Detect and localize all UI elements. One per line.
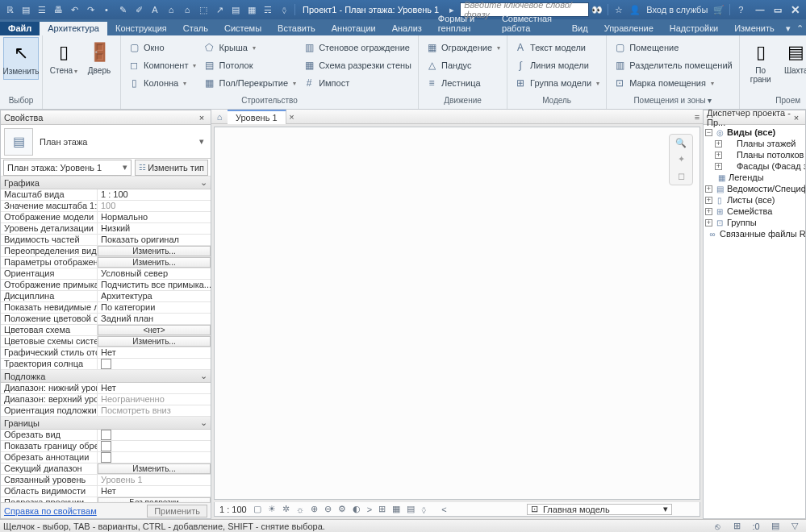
orbit-icon[interactable]: ◻ — [678, 171, 685, 181]
ribbon-button[interactable]: ∫Линия модели — [511, 56, 603, 74]
minimize-button[interactable]: — — [751, 1, 769, 19]
property-row[interactable]: Показать границу обрезки — [1, 441, 211, 452]
property-row[interactable]: Область видимостиНет — [1, 486, 211, 497]
ribbon-button[interactable]: ▦Пол/Перекрытие▾ — [199, 74, 299, 92]
property-value[interactable]: По категории — [98, 302, 211, 313]
property-value[interactable]: Нет — [98, 383, 211, 393]
tab-Формы и генплан[interactable]: Формы и генплан — [430, 12, 494, 35]
view-scale[interactable]: 1 : 100 — [219, 505, 247, 514]
ribbon-button[interactable]: ▯Пограни — [743, 37, 779, 87]
view-tab-close-icon[interactable]: × — [286, 112, 298, 122]
property-value[interactable]: <нет> — [98, 325, 211, 335]
ribbon-button[interactable]: ⊞Группа модели▾ — [511, 74, 603, 92]
tree-node[interactable]: +Фасады (Фасад здани — [705, 160, 804, 172]
status-icon[interactable]: ⎋ — [709, 522, 725, 531]
property-row[interactable]: Связанный уровеньУровень 1 — [1, 475, 211, 486]
property-value[interactable]: Архитектура — [98, 291, 211, 301]
ribbon-button[interactable]: ↖Изменить — [3, 37, 39, 80]
property-value[interactable]: Задний план — [98, 314, 211, 324]
property-value[interactable]: Нет — [98, 347, 211, 358]
ribbon-button[interactable]: ▯Колонна▾ — [124, 74, 199, 92]
ribbon-button[interactable]: ▢Помещение — [610, 39, 736, 56]
view-tool-icon[interactable]: ◐ — [353, 504, 361, 514]
tab-Изменить[interactable]: Изменить — [726, 22, 783, 35]
status-icon[interactable]: :0 — [748, 522, 764, 531]
tree-node[interactable]: +Планы этажей — [705, 138, 804, 149]
tab-Надстройки[interactable]: Надстройки — [662, 22, 726, 35]
property-row[interactable]: Секущий диапазонИзменить... — [1, 463, 211, 475]
ribbon-button[interactable]: △Пандус — [422, 56, 503, 74]
tab-Вставить[interactable]: Вставить — [269, 22, 324, 35]
tab-Совместная работа[interactable]: Совместная работа — [494, 12, 564, 35]
property-value[interactable]: Низкий — [98, 223, 211, 234]
qat-button[interactable]: ⎀ — [278, 1, 290, 19]
instance-selector[interactable]: План этажа: Уровень 1▾ — [3, 160, 132, 176]
properties-help-link[interactable]: Справка по свойствам — [4, 506, 147, 516]
view-tool-icon[interactable]: ⊞ — [378, 504, 386, 514]
property-value[interactable] — [98, 430, 211, 440]
view-tool-icon[interactable]: ⚙ — [338, 504, 346, 514]
property-row[interactable]: Обрезать аннотации — [1, 452, 211, 463]
property-category[interactable]: Границы⌄ — [1, 417, 211, 430]
tree-node[interactable]: +Планы потолков — [705, 149, 804, 160]
qat-button[interactable]: ↶ — [68, 1, 81, 19]
property-value[interactable]: Условный север — [98, 268, 211, 279]
qat-button[interactable]: ▤ — [229, 1, 242, 19]
property-category[interactable]: Графика⌄ — [1, 177, 211, 189]
view-options-icon[interactable]: ≡ — [691, 112, 703, 122]
browser-close-icon[interactable]: × — [791, 113, 802, 123]
qat-button[interactable]: ↷ — [84, 1, 97, 19]
home-icon[interactable]: ⌂ — [213, 108, 226, 126]
qat-button[interactable]: ☰ — [35, 1, 48, 19]
view-tool-icon[interactable]: > — [367, 505, 372, 514]
property-value[interactable]: Нет — [98, 486, 211, 497]
view-tool-icon[interactable]: ⎀ — [421, 505, 427, 514]
view-tool-icon[interactable]: ▢ — [253, 504, 261, 514]
edit-type-button[interactable]: ☷Изменить тип — [135, 160, 208, 176]
view-tool-icon[interactable]: ⊕ — [311, 504, 318, 514]
qat-button[interactable]: ⬚ — [197, 1, 210, 19]
tree-node[interactable]: −◎Виды (все) — [705, 127, 804, 138]
property-row[interactable]: Диапазон: верхний уров...Неограниченно — [1, 394, 211, 405]
close-button[interactable]: ✕ — [787, 1, 804, 19]
property-row[interactable]: Обрезать вид — [1, 430, 211, 441]
property-row[interactable]: Ориентация подложкиПосмотреть вниз — [1, 405, 211, 417]
login-link[interactable]: Вход в службы — [646, 5, 708, 15]
property-category[interactable]: Подложка⌄ — [1, 370, 211, 383]
view-tool-icon[interactable]: ▦ — [392, 504, 400, 514]
qat-button[interactable]: ⌂ — [165, 1, 177, 19]
tree-node[interactable]: ∞Связанные файлы Revi — [705, 228, 804, 239]
property-value[interactable]: Изменить... — [98, 463, 211, 474]
property-row[interactable]: Отображение примыкан...Подчистить все пр… — [1, 280, 211, 291]
property-row[interactable]: ДисциплинаАрхитектура — [1, 291, 211, 302]
pan-icon[interactable]: ✦ — [678, 154, 685, 164]
view-tab[interactable]: Уровень 1 — [228, 110, 286, 124]
zoom-icon[interactable]: 🔍 — [675, 138, 687, 148]
drawing-canvas[interactable]: 🔍 ✦ ◻ — [214, 127, 700, 500]
overflow-icon[interactable]: < — [441, 505, 446, 514]
tree-twisty[interactable]: + — [705, 197, 712, 204]
ribbon-button[interactable]: ◻Компонент▾ — [124, 56, 199, 74]
tree-twisty[interactable]: + — [705, 219, 712, 227]
property-row[interactable]: Видимость частейПоказать оригинал — [1, 235, 211, 246]
maximize-button[interactable]: ▭ — [769, 1, 787, 19]
property-value[interactable]: Подчистить все примыка... — [98, 280, 211, 290]
qat-button[interactable]: • — [100, 1, 113, 19]
tree-node[interactable]: +▯Листы (все) — [705, 194, 804, 206]
star-icon[interactable]: ☆ — [612, 1, 625, 19]
property-value[interactable]: Неограниченно — [98, 394, 211, 405]
ribbon-button[interactable]: AТекст модели — [511, 39, 603, 56]
ribbon-button[interactable]: ▦Схема разрезки стены — [299, 56, 415, 74]
tree-node[interactable]: ▦Легенды — [705, 172, 804, 183]
property-row[interactable]: Значение масштаба 1:100 — [1, 201, 211, 212]
view-tool-icon[interactable]: ⊖ — [324, 504, 332, 514]
apply-button[interactable]: Применить — [147, 505, 207, 517]
tab-Управление[interactable]: Управление — [596, 22, 662, 35]
property-row[interactable]: Цветовая схема<нет> — [1, 325, 211, 336]
property-value[interactable]: 1 : 100 — [98, 189, 211, 200]
exchange-icon[interactable]: 🛒 — [712, 1, 725, 19]
workset-selector[interactable]: ⊡ Главная модель ▾ — [527, 504, 672, 515]
tab-Системы[interactable]: Системы — [216, 22, 269, 35]
qat-button[interactable]: ✐ — [132, 1, 145, 19]
property-value[interactable] — [98, 441, 211, 451]
